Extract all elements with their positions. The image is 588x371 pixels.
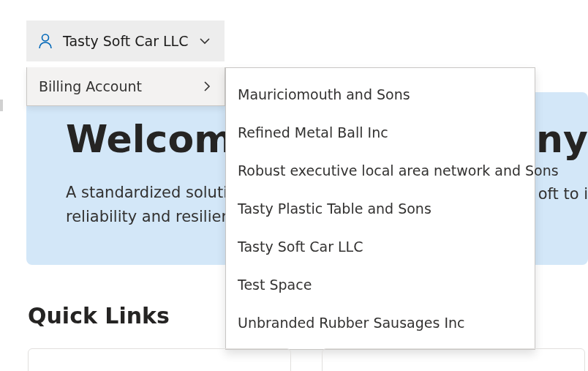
billing-account-option[interactable]: Mauriciomouth and Sons — [226, 75, 535, 113]
svg-point-0 — [42, 34, 49, 41]
billing-account-option[interactable]: Refined Metal Ball Inc — [226, 113, 535, 151]
quick-links-section: Quick Links — [28, 303, 170, 329]
chevron-down-icon — [198, 34, 211, 48]
billing-account-option[interactable]: Tasty Plastic Table and Sons — [226, 190, 535, 228]
quick-links-heading: Quick Links — [28, 303, 170, 329]
billing-account-option[interactable]: Robust executive local area network and … — [226, 151, 535, 190]
quick-link-card[interactable] — [28, 348, 291, 371]
account-selector-button[interactable]: Tasty Soft Car LLC — [26, 20, 225, 61]
account-selector-label: Tasty Soft Car LLC — [63, 33, 188, 49]
left-edge-indicator — [0, 100, 3, 111]
billing-account-option[interactable]: Unbranded Rubber Sausages Inc — [226, 304, 535, 342]
quick-link-card[interactable] — [322, 348, 585, 371]
billing-account-option[interactable]: Test Space — [226, 266, 535, 304]
billing-account-option[interactable]: Tasty Soft Car LLC — [226, 228, 535, 266]
billing-account-menu-item[interactable]: Billing Account — [27, 67, 225, 105]
chevron-right-icon — [201, 80, 213, 92]
billing-account-flyout: Mauriciomouth and Sons Refined Metal Bal… — [225, 67, 535, 350]
billing-account-label: Billing Account — [39, 78, 142, 94]
account-dropdown: Billing Account — [26, 67, 225, 106]
person-icon — [38, 33, 53, 49]
